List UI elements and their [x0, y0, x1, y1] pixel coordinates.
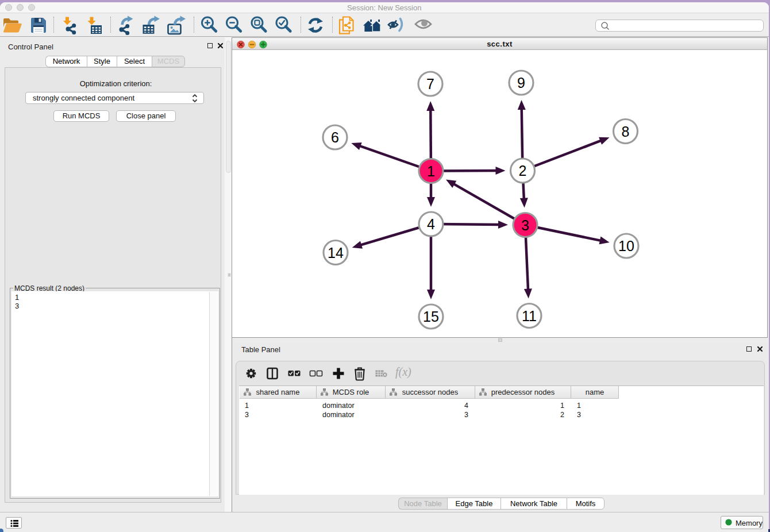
svg-text:11: 11: [522, 308, 537, 324]
svg-text:14: 14: [328, 245, 344, 261]
svg-text:7: 7: [426, 76, 434, 92]
svg-text:6: 6: [331, 129, 339, 145]
svg-text:8: 8: [622, 124, 630, 140]
svg-text:4: 4: [427, 216, 435, 232]
svg-text:2: 2: [519, 163, 527, 179]
svg-text:3: 3: [521, 217, 529, 233]
svg-text:1: 1: [427, 163, 435, 179]
svg-text:10: 10: [618, 238, 634, 254]
svg-text:9: 9: [517, 75, 525, 91]
svg-text:15: 15: [423, 309, 439, 325]
